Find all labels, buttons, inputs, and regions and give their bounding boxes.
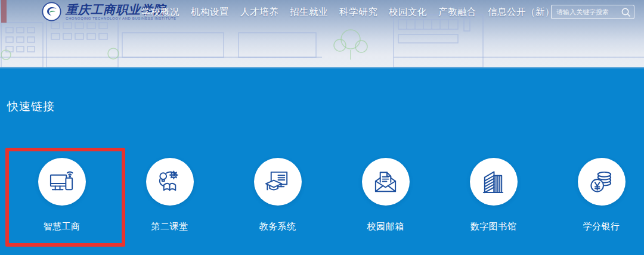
icon-circle bbox=[38, 158, 86, 206]
quick-link-second-classroom[interactable]: 第二课堂 bbox=[116, 158, 224, 232]
search-input[interactable] bbox=[552, 8, 621, 15]
quick-link-digital-library[interactable]: 数字图书馆 bbox=[439, 158, 547, 232]
page: 重庆工商职业学院 CHONGQING TECHNOLOGY AND BUSINE… bbox=[0, 0, 644, 255]
quick-link-credit-bank[interactable]: 学分银行 bbox=[547, 158, 644, 232]
icon-circle bbox=[578, 158, 626, 206]
quick-links-row: 智慧工商 bbox=[8, 158, 644, 232]
idea-gear-book-icon bbox=[156, 168, 184, 196]
library-building-icon bbox=[479, 168, 507, 196]
open-envelope-icon bbox=[371, 168, 400, 196]
quick-links-section: 快速链接 bbox=[0, 67, 644, 255]
quick-link-smart-gongshang[interactable]: 智慧工商 bbox=[8, 158, 116, 232]
quick-link-label: 教务系统 bbox=[259, 221, 296, 232]
quick-links-title: 快速链接 bbox=[7, 99, 55, 114]
quick-link-campus-mail[interactable]: 校园邮箱 bbox=[332, 158, 439, 232]
quick-link-academic-system[interactable]: 教务系统 bbox=[224, 158, 332, 232]
icon-circle bbox=[362, 158, 410, 206]
smart-devices-icon bbox=[48, 168, 76, 196]
nav-item-industry-education[interactable]: 产教融合 bbox=[438, 6, 476, 18]
nav-item-campus-culture[interactable]: 校园文化 bbox=[389, 6, 427, 18]
search-box bbox=[551, 5, 634, 19]
board-graduation-icon bbox=[264, 168, 292, 196]
nav-item-research[interactable]: 科学研究 bbox=[339, 6, 377, 18]
quick-link-label: 第二课堂 bbox=[151, 221, 188, 232]
quick-link-label: 智慧工商 bbox=[44, 221, 80, 232]
nav-item-info-disclosure[interactable]: 信息公开（新） bbox=[488, 6, 555, 18]
nav-item-talent-training[interactable]: 人才培养 bbox=[240, 6, 278, 18]
flag-post-illustration bbox=[1, 0, 7, 23]
nav-item-organization[interactable]: 机构设置 bbox=[191, 6, 229, 18]
main-nav: 学校概况 机构设置 人才培养 招生就业 科学研究 校园文化 产教融合 信息公开（… bbox=[141, 6, 555, 18]
icon-circle bbox=[254, 158, 302, 206]
school-emblem-icon bbox=[42, 2, 61, 21]
icon-circle bbox=[470, 158, 518, 206]
quick-link-label: 学分银行 bbox=[583, 221, 620, 232]
nav-item-admissions[interactable]: 招生就业 bbox=[290, 6, 328, 18]
nav-item-school-overview[interactable]: 学校概况 bbox=[141, 6, 179, 18]
site-header: 重庆工商职业学院 CHONGQING TECHNOLOGY AND BUSINE… bbox=[0, 0, 644, 67]
quick-link-label: 校园邮箱 bbox=[367, 221, 404, 232]
icon-circle bbox=[146, 158, 194, 206]
coins-yuan-icon bbox=[587, 168, 615, 196]
quick-link-label: 数字图书馆 bbox=[470, 221, 517, 232]
search-icon[interactable] bbox=[621, 7, 631, 17]
